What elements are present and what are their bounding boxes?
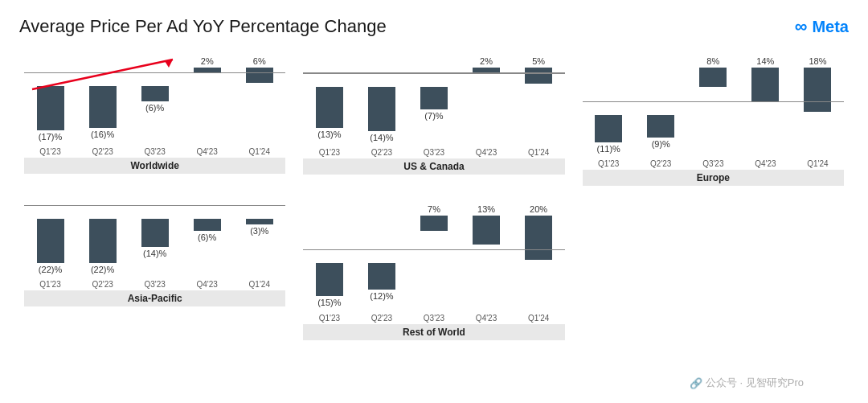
bar-label: (15)% bbox=[317, 298, 341, 307]
bar-label: (14)% bbox=[370, 133, 393, 142]
bar-positive bbox=[420, 216, 448, 231]
x-label: Q3'23 bbox=[699, 159, 727, 168]
bar-col: (22)% bbox=[37, 204, 64, 274]
x-labels-us-canada: Q1'23Q2'23Q3'23Q4'23Q1'24 bbox=[303, 148, 564, 157]
chart-asia-pacific: (22)%(22)%(14)%(6)%(3)%Q1'23Q2'23Q3'23Q4… bbox=[19, 198, 290, 343]
bar-col: 8% bbox=[699, 56, 727, 114]
bar-col: (11)% bbox=[595, 56, 622, 154]
baseline bbox=[24, 205, 285, 207]
bars-row-asia-pacific: (22)%(22)%(14)%(6)%(3)% bbox=[24, 201, 285, 278]
bar-label: (22)% bbox=[39, 265, 62, 274]
bar-label: (14)% bbox=[143, 249, 166, 258]
bar-col: (13)% bbox=[316, 56, 343, 139]
bar-negative bbox=[141, 219, 169, 247]
bar-positive bbox=[751, 68, 779, 102]
chart-europe: (11)%(9)%8%14%18%Q1'23Q2'23Q3'23Q4'23Q1'… bbox=[578, 50, 849, 195]
bar-col: (17)% bbox=[37, 56, 64, 142]
bar-label: 18% bbox=[809, 56, 826, 66]
x-label: Q1'24 bbox=[246, 280, 273, 289]
bar-positive bbox=[246, 68, 273, 83]
bar-negative bbox=[89, 86, 117, 128]
x-label: Q4'23 bbox=[194, 147, 221, 156]
chart-title-us-canada: US & Canada bbox=[303, 158, 564, 175]
bar-negative bbox=[647, 115, 674, 138]
bar-label: (17)% bbox=[39, 132, 62, 142]
x-label: Q1'23 bbox=[316, 148, 343, 157]
x-label: Q4'23 bbox=[194, 280, 221, 289]
header: Average Price Per Ad YoY Percentage Chan… bbox=[19, 16, 849, 37]
bar-label: 14% bbox=[756, 56, 774, 66]
bar-col: (14)% bbox=[368, 56, 395, 142]
x-labels-rest-of-world: Q1'23Q2'23Q3'23Q4'23Q1'24 bbox=[303, 314, 564, 323]
x-labels-asia-pacific: Q1'23Q2'23Q3'23Q4'23Q1'24 bbox=[24, 280, 285, 289]
bar-negative bbox=[89, 219, 117, 263]
chart-inner-asia-pacific: (22)%(22)%(14)%(6)%(3)% bbox=[24, 201, 285, 278]
bar-col: 18% bbox=[804, 56, 831, 139]
x-label: Q4'23 bbox=[473, 314, 500, 323]
x-label: Q1'24 bbox=[246, 147, 273, 156]
bar-col: (3)% bbox=[246, 204, 273, 236]
x-label: Q4'23 bbox=[473, 148, 500, 157]
bar-label: 13% bbox=[477, 204, 495, 214]
chart-inner-worldwide: (17)%(16)%(6)%2%6% bbox=[24, 53, 285, 145]
bar-col: (12)% bbox=[368, 204, 395, 301]
bar-negative bbox=[316, 263, 343, 296]
chart-title-rest-of-world: Rest of World bbox=[303, 324, 564, 340]
bar-negative bbox=[37, 219, 64, 263]
bar-negative bbox=[141, 86, 169, 101]
baseline bbox=[583, 101, 844, 103]
x-label: Q1'23 bbox=[595, 159, 622, 168]
bar-col: (6)% bbox=[194, 204, 221, 242]
x-label: Q4'23 bbox=[751, 159, 779, 168]
bar-col: (22)% bbox=[89, 204, 117, 274]
bar-col: 13% bbox=[473, 204, 500, 278]
bar-label: (3)% bbox=[250, 226, 268, 236]
chart-rest-of-world: (15)%(12)%7%13%20%Q1'23Q2'23Q3'23Q4'23Q1… bbox=[298, 198, 569, 343]
x-label: Q1'24 bbox=[804, 159, 831, 168]
bars-row-us-canada: (13)%(14)%(7)%2%5% bbox=[303, 53, 564, 146]
x-label: Q2'23 bbox=[368, 148, 395, 157]
chart-inner-rest-of-world: (15)%(12)%7%13%20% bbox=[303, 201, 564, 310]
watermark-text: 公众号 · 见智研究Pro bbox=[706, 376, 804, 390]
bar-positive bbox=[699, 68, 727, 87]
watermark: 🔗 公众号 · 见智研究Pro bbox=[690, 376, 804, 390]
x-label: Q3'23 bbox=[420, 314, 448, 323]
x-label: Q1'24 bbox=[525, 314, 552, 323]
bar-label: 8% bbox=[706, 56, 719, 66]
x-label: Q3'23 bbox=[141, 280, 169, 289]
bar-label: (7)% bbox=[424, 111, 443, 121]
bars-row-rest-of-world: (15)%(12)%7%13%20% bbox=[303, 201, 564, 310]
page: Average Price Per Ad YoY Percentage Chan… bbox=[0, 0, 868, 403]
bars-row-europe: (11)%(9)%8%14%18% bbox=[583, 53, 844, 157]
bar-label: (11)% bbox=[597, 144, 620, 154]
x-label: Q2'23 bbox=[89, 147, 117, 156]
bar-col: 2% bbox=[473, 56, 500, 118]
bar-negative bbox=[37, 86, 64, 130]
bar-label: 2% bbox=[480, 56, 493, 66]
baseline bbox=[303, 72, 564, 74]
x-label: Q1'23 bbox=[37, 280, 64, 289]
bar-positive bbox=[804, 68, 831, 112]
x-label: Q1'24 bbox=[525, 148, 552, 157]
bar-col: (7)% bbox=[420, 56, 448, 121]
chart-us-canada: (13)%(14)%(7)%2%5%Q1'23Q2'23Q3'23Q4'23Q1… bbox=[298, 50, 569, 195]
bar-col: (9)% bbox=[647, 56, 674, 149]
bar-col: 14% bbox=[751, 56, 779, 130]
bar-positive bbox=[525, 68, 552, 84]
x-label: Q2'23 bbox=[368, 314, 395, 323]
charts-grid: (17)%(16)%(6)%2%6%Q1'23Q2'23Q3'23Q4'23Q1… bbox=[19, 50, 849, 343]
x-label: Q3'23 bbox=[420, 148, 448, 157]
bar-col: 7% bbox=[420, 204, 448, 264]
x-label: Q1'23 bbox=[316, 314, 343, 323]
bar-label: (12)% bbox=[370, 291, 393, 301]
bar-label: 7% bbox=[428, 204, 440, 214]
bar-label: (16)% bbox=[91, 130, 114, 139]
bar-label: (13)% bbox=[317, 130, 341, 139]
bar-negative bbox=[194, 219, 221, 231]
x-labels-worldwide: Q1'23Q2'23Q3'23Q4'23Q1'24 bbox=[24, 147, 285, 156]
watermark-icon: 🔗 bbox=[690, 377, 702, 389]
meta-logo: ∞ Meta bbox=[795, 16, 849, 37]
baseline bbox=[24, 72, 285, 74]
chart-inner-us-canada: (13)%(14)%(7)%2%5% bbox=[303, 53, 564, 146]
bar-label: (6)% bbox=[198, 232, 216, 242]
